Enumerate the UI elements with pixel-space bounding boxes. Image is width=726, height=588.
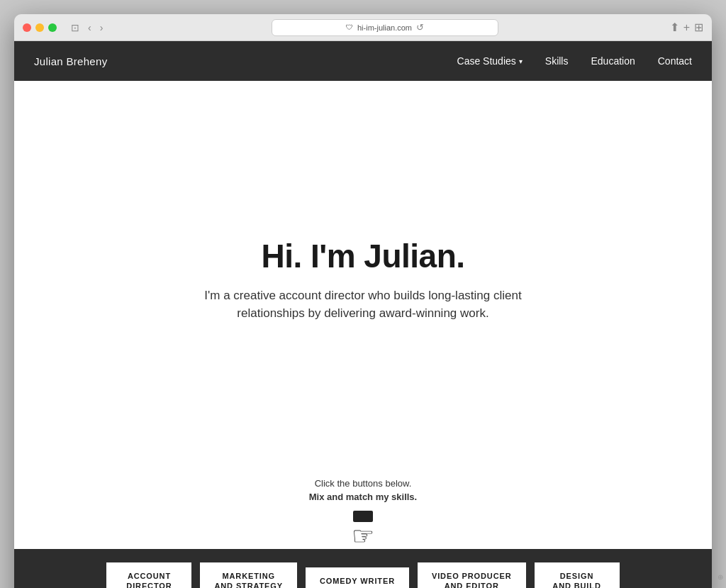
nav-link-skills[interactable]: Skills — [545, 55, 569, 67]
nav-link-case-studies[interactable]: Case Studies ▾ — [457, 55, 523, 67]
cta-section: Click the buttons below. Mix and match m… — [14, 436, 712, 549]
hero-title: Hi. I'm Julian. — [261, 237, 464, 275]
browser-titlebar: ⊡ ‹ › 🛡 hi-im-julian.com ↺ ⬆ + ⊞ — [14, 14, 712, 41]
browser-actions: ⬆ + ⊞ — [670, 21, 703, 34]
grid-view-button[interactable]: ⊞ — [694, 21, 703, 34]
skill-btn-comedy-writer[interactable]: COMEDY WRITER — [306, 567, 409, 588]
skill-btn-design-build[interactable]: DESIGNAND BUILD — [535, 562, 620, 588]
back-button[interactable]: ‹ — [85, 21, 94, 35]
reload-icon: ↺ — [416, 22, 424, 33]
hand-pointer: ☞ — [352, 511, 374, 549]
nav-links: Case Studies ▾ Skills Education Contact — [457, 55, 692, 67]
maximize-button[interactable] — [48, 23, 57, 32]
skill-btn-account-director[interactable]: ACCOUNTDIRECTOR — [106, 562, 191, 588]
forward-button[interactable]: › — [97, 21, 106, 35]
share-button[interactable]: ⬆ — [670, 21, 679, 34]
address-bar-container: 🛡 hi-im-julian.com ↺ — [111, 19, 658, 36]
nav-link-contact[interactable]: Contact — [658, 55, 692, 67]
url-text: hi-im-julian.com — [357, 23, 412, 32]
hero-section: Hi. I'm Julian. I'm a creative account d… — [14, 81, 712, 436]
browser-controls: ⊡ ‹ › — [68, 21, 106, 35]
close-button[interactable] — [23, 23, 31, 32]
hand-icon: ☞ — [352, 523, 374, 549]
site-wrapper: Julian Breheny Case Studies ▾ Skills Edu… — [14, 41, 712, 588]
nav-link-education[interactable]: Education — [591, 55, 635, 67]
cta-line1: Click the buttons below. — [315, 478, 412, 489]
hero-subtitle: I'm a creative account director who buil… — [200, 287, 526, 323]
skill-btn-marketing[interactable]: MARKETINGAND STRATEGY — [200, 562, 297, 588]
nav-brand[interactable]: Julian Breheny — [34, 55, 107, 67]
cta-line2: Mix and match my skills. — [309, 492, 417, 502]
chevron-down-icon: ▾ — [519, 57, 523, 65]
minimize-button[interactable] — [35, 23, 44, 32]
new-tab-button[interactable]: + — [683, 21, 690, 34]
traffic-lights — [23, 23, 57, 32]
address-bar[interactable]: 🛡 hi-im-julian.com ↺ — [272, 19, 498, 36]
hand-rect — [353, 511, 373, 522]
site-nav: Julian Breheny Case Studies ▾ Skills Edu… — [14, 41, 712, 81]
browser-window: ⊡ ‹ › 🛡 hi-im-julian.com ↺ ⬆ + ⊞ Julian … — [14, 14, 712, 588]
skill-btn-video-producer[interactable]: VIDEO PRODUCERAND EDITOR — [418, 562, 526, 588]
window-tab-icon[interactable]: ⊡ — [68, 21, 82, 35]
shield-icon: 🛡 — [346, 23, 353, 31]
skills-bar: ACCOUNTDIRECTOR MARKETINGAND STRATEGY CO… — [14, 549, 712, 588]
